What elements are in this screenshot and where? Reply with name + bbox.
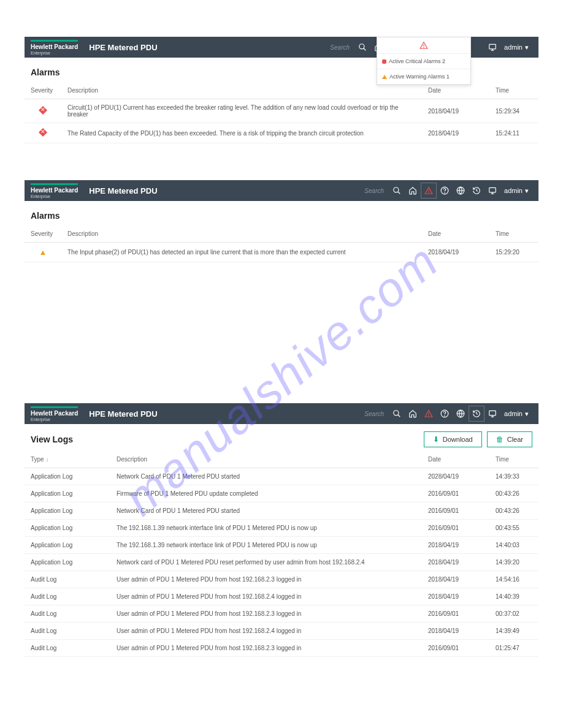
search-icon[interactable] [389, 406, 405, 422]
globe-icon[interactable] [453, 183, 469, 199]
cell-date: 2018/04/19 [422, 243, 489, 262]
col-severity[interactable]: Severity [25, 226, 61, 243]
home-icon[interactable] [405, 406, 421, 422]
user-menu[interactable]: admin ▾ [500, 187, 532, 195]
globe-icon[interactable] [453, 406, 469, 422]
search-input[interactable]: Search [364, 188, 384, 194]
cell-description: The 192.168.1.39 network interface link … [110, 537, 422, 554]
cell-date: 2028/04/19 [422, 468, 489, 485]
cell-type: Application Log [25, 468, 110, 485]
table-row[interactable]: The Rated Capacity of the PDU(1) has bee… [25, 123, 538, 143]
table-row[interactable]: Audit LogUser admin of PDU 1 Metered PDU… [25, 640, 538, 657]
cell-date: 2016/09/01 [422, 520, 489, 537]
alarm-warning-row[interactable]: Active Warning Alarms 1 [377, 69, 470, 85]
table-row[interactable]: ▲The Input phase(2) of PDU(1) has detect… [25, 243, 538, 262]
col-date[interactable]: Date [422, 451, 489, 468]
display-icon[interactable] [484, 39, 500, 55]
cell-description: The Input phase(2) of PDU(1) has detecte… [61, 243, 422, 262]
user-menu[interactable]: admin ▾ [500, 44, 532, 51]
alarms-table: Severity Description Date Time ▲The Inpu… [25, 226, 538, 262]
download-label: Download [443, 436, 473, 443]
search-icon[interactable] [354, 39, 370, 55]
user-label: admin [504, 44, 523, 51]
col-type[interactable]: Type [25, 451, 110, 468]
clear-button[interactable]: 🗑 Clear [487, 431, 532, 447]
cell-description: User admin of PDU 1 Metered PDU from hos… [110, 640, 422, 657]
search-icon[interactable] [389, 183, 405, 199]
search-input[interactable]: Search [364, 411, 384, 417]
table-row[interactable]: Application LogThe 192.168.1.39 network … [25, 520, 538, 537]
alert-icon[interactable] [421, 406, 437, 422]
col-time[interactable]: Time [489, 82, 538, 99]
download-button[interactable]: ⬇ Download [424, 431, 482, 447]
cell-time: 15:29:20 [489, 243, 538, 262]
table-row[interactable]: Audit LogUser admin of PDU 1 Metered PDU… [25, 623, 538, 640]
cell-date: 2018/04/19 [422, 623, 489, 640]
cell-time: 00:43:55 [489, 520, 538, 537]
alarm-critical-row[interactable]: Active Critical Alarms 2 [377, 54, 470, 69]
cell-description: User admin of PDU 1 Metered PDU from hos… [110, 571, 422, 588]
col-time[interactable]: Time [489, 226, 538, 243]
table-row[interactable]: Application LogNetwork card of PDU 1 Met… [25, 554, 538, 571]
cell-severity [25, 99, 61, 123]
svg-point-23 [445, 415, 445, 416]
brand-line1: Hewlett Packard [31, 44, 78, 50]
svg-line-1 [364, 48, 366, 51]
col-description[interactable]: Description [110, 451, 422, 468]
col-severity[interactable]: Severity [25, 82, 61, 99]
cell-date: 2018/04/19 [422, 554, 489, 571]
cell-type: Application Log [25, 554, 110, 571]
cell-time: 15:24:11 [489, 123, 538, 143]
alarms-table: Severity Description Date Time Circuit(1… [25, 82, 538, 143]
table-row[interactable]: Audit LogUser admin of PDU 1 Metered PDU… [25, 588, 538, 605]
col-description[interactable]: Description [61, 82, 422, 99]
display-icon[interactable] [484, 183, 500, 199]
cell-description: User admin of PDU 1 Metered PDU from hos… [110, 588, 422, 605]
cell-date: 2018/04/19 [422, 537, 489, 554]
brand-line2: Enterprise [31, 417, 78, 422]
table-row[interactable]: Audit LogUser admin of PDU 1 Metered PDU… [25, 571, 538, 588]
cell-description: The Rated Capacity of the PDU(1) has bee… [61, 123, 422, 143]
svg-point-10 [429, 192, 429, 193]
history-icon[interactable] [469, 406, 484, 422]
table-row[interactable]: Application LogNetwork Card of PDU 1 Met… [25, 468, 538, 485]
help-icon[interactable] [437, 183, 453, 199]
user-menu[interactable]: admin ▾ [500, 410, 532, 418]
table-row[interactable]: Application LogNetwork Card of PDU 1 Met… [25, 502, 538, 520]
panel-alarms-warning: Hewlett Packard Enterprise HPE Metered P… [25, 180, 538, 262]
col-date[interactable]: Date [422, 226, 489, 243]
display-icon[interactable] [484, 406, 500, 422]
chevron-down-icon: ▾ [525, 187, 529, 195]
cell-date: 2018/04/19 [422, 99, 489, 123]
help-icon[interactable] [437, 406, 453, 422]
search-input[interactable]: Search [330, 44, 350, 51]
table-row[interactable]: Application LogFirmware of PDU 1 Metered… [25, 485, 538, 502]
svg-line-8 [398, 192, 400, 194]
warning-label: Active Warning Alarms 1 [389, 74, 450, 80]
header-icons [389, 183, 500, 199]
col-time[interactable]: Time [489, 451, 538, 468]
home-icon[interactable] [405, 183, 421, 199]
cell-description: Network card of PDU 1 Metered PDU reset … [110, 554, 422, 571]
cell-time: 01:25:47 [489, 640, 538, 657]
critical-icon [39, 106, 47, 115]
cell-date: 2018/04/19 [422, 588, 489, 605]
history-icon[interactable] [469, 183, 484, 199]
table-row[interactable]: Audit LogUser admin of PDU 1 Metered PDU… [25, 605, 538, 623]
svg-rect-15 [489, 188, 496, 192]
cell-date: 2016/09/01 [422, 605, 489, 623]
alert-icon[interactable] [421, 183, 437, 199]
table-row[interactable]: Circuit(1) of PDU(1) Current has exceede… [25, 99, 538, 123]
table-row[interactable]: Application LogThe 192.168.1.39 network … [25, 537, 538, 554]
chevron-down-icon: ▾ [525, 410, 529, 418]
critical-label: Active Critical Alarms 2 [389, 58, 445, 64]
svg-point-12 [445, 192, 445, 193]
cell-description: User admin of PDU 1 Metered PDU from hos… [110, 605, 422, 623]
cell-type: Audit Log [25, 605, 110, 623]
svg-rect-26 [489, 411, 496, 415]
cell-time: 14:40:39 [489, 588, 538, 605]
chevron-down-icon: ▾ [525, 44, 529, 51]
col-description[interactable]: Description [61, 226, 422, 243]
alarm-dropdown-header [377, 37, 470, 54]
cell-type: Application Log [25, 502, 110, 520]
